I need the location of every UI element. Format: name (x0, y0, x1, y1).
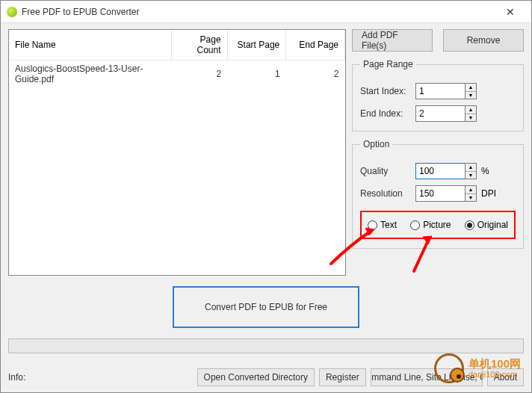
remove-button[interactable]: Remove (443, 29, 524, 52)
radio-original-label: Original (477, 220, 508, 230)
convert-button[interactable]: Convert PDF to EPUB for Free (173, 286, 359, 328)
radio-picture[interactable]: Picture (410, 220, 451, 230)
col-end-page[interactable]: End Page (286, 30, 345, 61)
start-index-label: Start Index: (360, 86, 415, 96)
spinner-up-icon[interactable]: ▲ (466, 84, 476, 92)
radio-picture-label: Picture (423, 220, 451, 230)
resolution-label: Resolution (360, 188, 415, 199)
cell-start-page: 1 (227, 61, 286, 88)
option-legend: Option (360, 139, 392, 149)
window-title: Free PDF to EPUB Converter (22, 7, 495, 17)
start-index-spinner[interactable]: ▲▼ (415, 83, 477, 99)
command-line-button[interactable]: Command Line, Site License, OK (371, 368, 483, 386)
quality-unit: % (481, 166, 489, 176)
col-page-count[interactable]: Page Count (172, 30, 228, 61)
resolution-unit: DPI (481, 188, 496, 199)
file-table: File Name Page Count Start Page End Page… (9, 30, 345, 87)
start-index-input[interactable] (415, 83, 465, 99)
resolution-spinner[interactable]: ▲▼ (415, 185, 477, 202)
page-range-legend: Page Range (360, 59, 416, 69)
title-bar: Free PDF to EPUB Converter ✕ (1, 1, 531, 23)
end-index-input[interactable] (415, 105, 465, 122)
page-range-group: Page Range Start Index: ▲▼ End Index: ▲▼ (352, 59, 524, 131)
spinner-down-icon[interactable]: ▼ (466, 172, 476, 179)
cell-file-name: Auslogics-BoostSpeed-13-User-Guide.pdf (9, 61, 172, 88)
radio-text[interactable]: Text (368, 220, 397, 230)
quality-input[interactable] (415, 163, 465, 179)
info-label: Info: (8, 372, 25, 383)
quality-spinner[interactable]: ▲▼ (415, 163, 477, 179)
file-list-pane: File Name Page Count Start Page End Page… (8, 29, 346, 276)
radio-original[interactable]: Original (465, 220, 508, 230)
radio-icon (410, 220, 420, 230)
spinner-down-icon[interactable]: ▼ (466, 194, 476, 202)
end-index-spinner[interactable]: ▲▼ (415, 105, 477, 122)
spinner-up-icon[interactable]: ▲ (466, 106, 476, 114)
register-button[interactable]: Register (319, 368, 366, 386)
close-button[interactable]: ✕ (495, 6, 525, 18)
app-icon (7, 7, 17, 17)
about-button[interactable]: About (487, 368, 524, 386)
radio-text-label: Text (380, 220, 397, 230)
output-type-radios: Text Picture Original (360, 211, 516, 239)
spinner-up-icon[interactable]: ▲ (466, 186, 476, 194)
progress-bar (8, 338, 524, 353)
col-file-name[interactable]: File Name (9, 30, 172, 61)
col-start-page[interactable]: Start Page (227, 30, 286, 61)
radio-icon (465, 220, 474, 230)
open-directory-button[interactable]: Open Converted Directory (197, 368, 315, 386)
radio-icon (368, 220, 377, 230)
quality-label: Quality (360, 166, 415, 176)
table-row[interactable]: Auslogics-BoostSpeed-13-User-Guide.pdf 2… (9, 61, 345, 88)
resolution-input[interactable] (415, 185, 465, 202)
add-pdf-button[interactable]: Add PDF File(s) (352, 29, 433, 52)
spinner-up-icon[interactable]: ▲ (466, 164, 476, 172)
end-index-label: End Index: (360, 108, 415, 119)
spinner-down-icon[interactable]: ▼ (466, 114, 476, 122)
option-group: Option Quality ▲▼ % Resolution ▲▼ DPI (352, 139, 524, 249)
cell-end-page: 2 (286, 61, 345, 88)
spinner-down-icon[interactable]: ▼ (466, 92, 476, 99)
cell-page-count: 2 (172, 61, 228, 88)
